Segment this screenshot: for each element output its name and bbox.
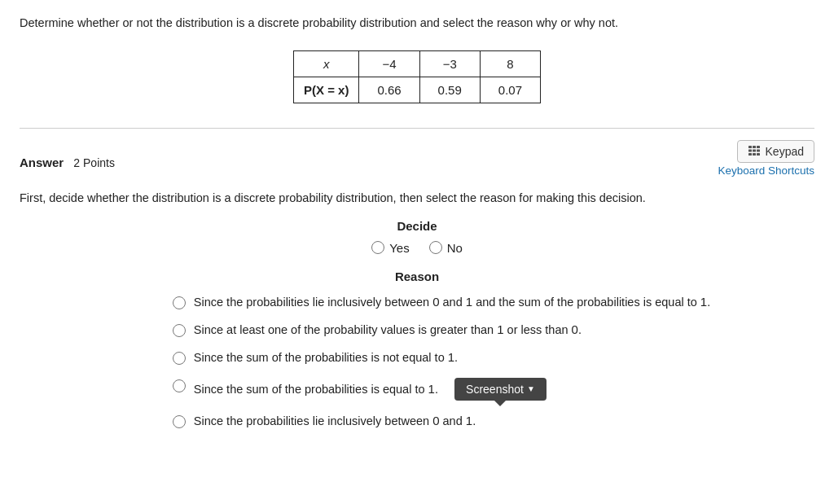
answer-label: Answer [20, 156, 64, 169]
table-col-8: 8 [480, 50, 540, 77]
screenshot-button[interactable]: Screenshot ▼ [454, 378, 546, 401]
screenshot-label: Screenshot [466, 383, 524, 396]
keypad-icon [748, 145, 761, 158]
probability-table: x −4 −3 8 P(X = x) 0.66 0.59 0.07 [20, 50, 814, 103]
reason-radio-2[interactable] [173, 324, 186, 337]
answer-header: Answer 2 Points Keyp [20, 140, 814, 185]
reason-option-3[interactable]: Since the sum of the probabilities is no… [173, 350, 710, 365]
table-col-neg4: −4 [359, 50, 419, 77]
table-val-3: 0.07 [480, 77, 540, 103]
table-col-x: x [293, 50, 358, 77]
svg-rect-8 [757, 153, 760, 156]
keyboard-shortcuts-link[interactable]: Keyboard Shortcuts [718, 164, 814, 177]
table-col-neg3: −3 [419, 50, 480, 77]
reason-title: Reason [20, 270, 814, 283]
decide-title: Decide [20, 219, 814, 233]
svg-rect-6 [748, 153, 752, 156]
keypad-button[interactable]: Keypad [737, 140, 814, 163]
reason-radio-3[interactable] [173, 352, 186, 365]
reason-label-1: Since the probabilities lie inclusively … [194, 295, 710, 309]
reason-label-5: Since the probabilities lie inclusively … [194, 414, 476, 427]
reason-label-2: Since at least one of the probability va… [194, 322, 582, 336]
reason-radio-4[interactable] [173, 379, 186, 392]
question-text: Determine whether or not the distributio… [20, 15, 814, 33]
svg-rect-3 [748, 149, 752, 151]
reason-radio-5[interactable] [173, 415, 186, 428]
svg-rect-0 [748, 146, 752, 148]
decide-no-radio[interactable] [429, 241, 442, 254]
decide-no-option[interactable]: No [429, 241, 463, 255]
svg-rect-4 [753, 149, 756, 151]
reason-label-3: Since the sum of the probabilities is no… [194, 350, 458, 364]
right-area: Keypad Keyboard Shortcuts [718, 140, 814, 185]
reason-option-1[interactable]: Since the probabilities lie inclusively … [173, 295, 710, 309]
decide-yes-option[interactable]: Yes [371, 241, 409, 255]
svg-rect-1 [753, 146, 756, 148]
table-val-1: 0.66 [359, 77, 419, 103]
instruction-text: First, decide whether the distribution i… [20, 191, 814, 204]
screenshot-arrow-icon: ▼ [527, 384, 535, 393]
points-label: 2 Points [73, 156, 115, 169]
decide-yes-label: Yes [389, 241, 409, 255]
reason-label-4: Since the sum of the probabilities is eq… [194, 378, 546, 401]
answer-label-area: Answer 2 Points [20, 156, 115, 169]
keypad-label: Keypad [766, 145, 804, 158]
decide-section: Decide Yes No [20, 219, 814, 255]
screenshot-tooltip-wrapper: Screenshot ▼ [454, 383, 546, 396]
reason-options: Since the probabilities lie inclusively … [173, 295, 710, 441]
svg-rect-7 [753, 153, 756, 156]
reason-option-5[interactable]: Since the probabilities lie inclusively … [173, 414, 710, 428]
reason-radio-1[interactable] [173, 296, 186, 309]
answer-section: Answer 2 Points Keyp [20, 128, 814, 441]
decide-radio-group: Yes No [20, 241, 814, 255]
reason-option-2[interactable]: Since at least one of the probability va… [173, 322, 710, 337]
table-row-label: P(X = x) [293, 77, 358, 103]
decide-no-label: No [447, 241, 463, 255]
decide-yes-radio[interactable] [371, 241, 384, 254]
table-val-2: 0.59 [419, 77, 480, 103]
svg-rect-2 [757, 146, 760, 148]
reason-option-4[interactable]: Since the sum of the probabilities is eq… [173, 378, 710, 401]
reason-section: Reason Since the probabilities lie inclu… [20, 270, 814, 441]
svg-rect-5 [757, 149, 760, 151]
